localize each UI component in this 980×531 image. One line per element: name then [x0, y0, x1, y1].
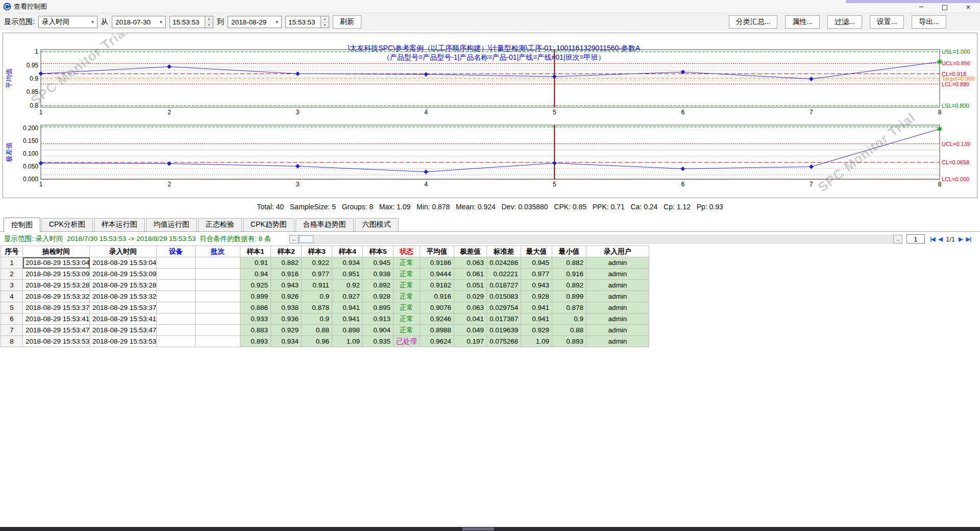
cell[interactable]: 0.878 — [302, 302, 332, 313]
from-date-select[interactable]: 2018-07-30 ▼ — [112, 16, 166, 28]
cell[interactable] — [195, 291, 240, 302]
cell[interactable]: 0.893 — [552, 336, 586, 347]
toolbar-button-1[interactable]: 属性... — [785, 15, 820, 29]
data-point[interactable] — [552, 161, 556, 165]
scroll-thumb[interactable] — [299, 235, 313, 243]
column-header-6[interactable]: 样本2 — [271, 246, 302, 257]
table-row[interactable]: 32018-08-29 15:53:282018-08-29 15:53:280… — [1, 280, 649, 291]
column-header-12[interactable]: 极差值 — [454, 246, 487, 257]
cell[interactable]: 0.015083 — [487, 291, 521, 302]
cell[interactable]: 正常 — [394, 302, 420, 313]
cell[interactable]: 0.9 — [302, 313, 332, 325]
cell[interactable]: admin — [586, 313, 649, 325]
table-row[interactable]: 22018-08-29 15:53:092018-08-29 15:53:090… — [1, 269, 649, 280]
cell[interactable]: 0.927 — [332, 291, 363, 302]
cell[interactable]: 2018-08-29 15:53:47 — [90, 325, 157, 336]
table-row[interactable]: 42018-08-29 15:53:322018-08-29 15:53:320… — [1, 291, 649, 302]
cell[interactable]: 0.935 — [363, 336, 394, 347]
cell[interactable]: 0.049 — [454, 325, 487, 336]
tab-1[interactable]: CPK分析图 — [41, 218, 93, 231]
tab-6[interactable]: 合格率趋势图 — [296, 218, 354, 231]
to-date-select[interactable]: 2018-08-29 ▼ — [228, 16, 282, 28]
table-row[interactable]: 82018-08-29 15:53:532018-08-29 15:53:530… — [1, 336, 649, 347]
taskbar[interactable] — [0, 527, 980, 531]
column-header-3[interactable]: 设备 — [157, 246, 195, 257]
cell[interactable] — [157, 291, 195, 302]
cell[interactable]: 2 — [1, 269, 23, 280]
cell[interactable]: 2018-08-29 15:53:32 — [90, 291, 157, 302]
cell[interactable]: 2018-08-29 15:53:04 — [90, 257, 157, 269]
cell[interactable]: 0.943 — [521, 280, 552, 291]
cell[interactable]: 0.977 — [302, 269, 332, 280]
refresh-button[interactable]: 刷新 — [333, 15, 361, 29]
scroll-left-icon[interactable]: ← — [289, 235, 299, 244]
toolbar-button-4[interactable]: 导出... — [912, 15, 946, 29]
spinner-up-icon[interactable]: ▲ — [321, 16, 329, 22]
range-type-select[interactable]: 录入时间 ▼ — [38, 16, 97, 28]
cell[interactable]: 0.945 — [363, 257, 394, 269]
cell[interactable]: 0.051 — [454, 280, 487, 291]
cell[interactable]: 1 — [1, 257, 23, 269]
cell[interactable]: 0.063 — [454, 302, 487, 313]
column-header-7[interactable]: 样本3 — [302, 246, 332, 257]
column-header-4[interactable]: 批次 — [195, 246, 240, 257]
cell[interactable]: 0.882 — [271, 257, 302, 269]
cell[interactable]: 7 — [1, 325, 23, 336]
cell[interactable]: 0.029754 — [487, 302, 521, 313]
taskbar-item[interactable] — [462, 527, 494, 530]
spinner-down-icon[interactable]: ▼ — [321, 22, 329, 28]
cell[interactable]: 0.941 — [332, 313, 363, 325]
cell[interactable]: 0.929 — [521, 325, 552, 336]
cell[interactable]: admin — [586, 302, 649, 313]
cell[interactable]: 正常 — [394, 269, 420, 280]
tab-0[interactable]: 控制图 — [4, 218, 40, 232]
cell[interactable]: 8 — [1, 336, 23, 347]
cell[interactable]: 0.018727 — [487, 280, 521, 291]
cell[interactable]: 0.9182 — [420, 280, 454, 291]
column-header-9[interactable]: 样本5 — [363, 246, 394, 257]
pager-first-icon[interactable]: |◀ — [930, 236, 935, 243]
toolbar-button-3[interactable]: 设置... — [870, 15, 904, 29]
scroll-track[interactable] — [299, 235, 893, 244]
cell[interactable]: 0.904 — [363, 325, 394, 336]
data-point[interactable] — [39, 161, 43, 165]
pager-next-icon[interactable]: ▶ — [959, 236, 962, 243]
cell[interactable]: 正常 — [394, 257, 420, 269]
cell[interactable] — [157, 269, 195, 280]
data-point[interactable] — [296, 71, 300, 76]
data-point[interactable] — [39, 71, 43, 76]
column-header-16[interactable]: 录入用户 — [586, 246, 649, 257]
cell[interactable]: 0.938 — [363, 269, 394, 280]
cell[interactable]: 0.882 — [552, 257, 586, 269]
cell[interactable]: 0.886 — [240, 302, 271, 313]
cell[interactable]: 0.024286 — [487, 257, 521, 269]
cell[interactable]: 0.041 — [454, 313, 487, 325]
table-row[interactable]: 72018-08-29 15:53:472018-08-29 15:53:470… — [1, 325, 649, 336]
cell[interactable] — [157, 325, 195, 336]
cell[interactable]: 0.9 — [302, 291, 332, 302]
cell[interactable]: 0.892 — [363, 280, 394, 291]
cell[interactable]: 2018-08-29 15:53:04 — [23, 257, 90, 269]
cell[interactable] — [195, 269, 240, 280]
cell[interactable]: 0.88 — [302, 325, 332, 336]
cell[interactable]: 0.892 — [552, 280, 586, 291]
cell[interactable]: admin — [586, 269, 649, 280]
cell[interactable]: 0.916 — [552, 269, 586, 280]
cell[interactable]: 0.945 — [521, 257, 552, 269]
cell[interactable]: 0.941 — [521, 302, 552, 313]
cell[interactable]: 0.928 — [363, 291, 394, 302]
cell[interactable]: 0.977 — [521, 269, 552, 280]
cell[interactable] — [195, 325, 240, 336]
cell[interactable]: 0.951 — [332, 269, 363, 280]
cell[interactable]: 0.9624 — [420, 336, 454, 347]
cell[interactable] — [157, 302, 195, 313]
cell[interactable]: 0.926 — [271, 291, 302, 302]
cell[interactable]: 0.941 — [332, 302, 363, 313]
cell[interactable]: 0.8988 — [420, 325, 454, 336]
cell[interactable]: 2018-08-29 15:53:37 — [90, 302, 157, 313]
table-row[interactable]: 62018-08-29 15:53:412018-08-29 15:53:410… — [1, 313, 649, 325]
cell[interactable]: 0.9186 — [420, 257, 454, 269]
table-row[interactable]: 12018-08-29 15:53:042018-08-29 15:53:040… — [1, 257, 649, 269]
tab-5[interactable]: CPK趋势图 — [243, 218, 295, 231]
cell[interactable]: 0.913 — [363, 313, 394, 325]
